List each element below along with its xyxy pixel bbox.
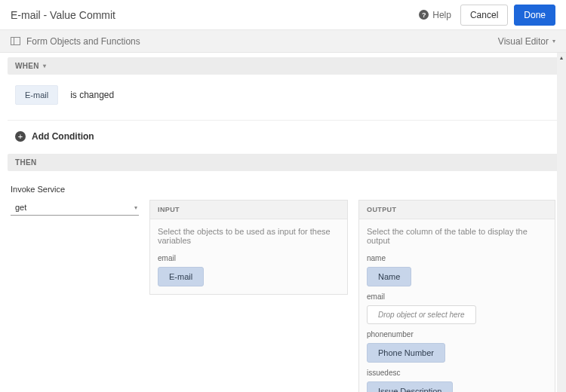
input-panel-head: INPUT <box>150 201 347 219</box>
topbar: E-mail - Value Commit ? Help Cancel Done <box>0 0 566 30</box>
service-select[interactable]: get ▾ <box>11 200 139 216</box>
done-button[interactable]: Done <box>514 5 555 26</box>
help-icon: ? <box>419 10 429 20</box>
help-link[interactable]: ? Help <box>419 10 451 20</box>
topbar-actions: ? Help Cancel Done <box>419 5 555 26</box>
scroll-up-icon: ▲ <box>557 53 566 62</box>
output-hint: Select the column of the table to displa… <box>367 227 547 245</box>
chevron-down-icon: ▾ <box>134 204 137 211</box>
add-condition-label: Add Condition <box>32 131 94 142</box>
cancel-button[interactable]: Cancel <box>460 5 508 26</box>
output-panel: OUTPUT Select the column of the table to… <box>358 200 555 392</box>
chevron-down-icon: ▾ <box>552 38 555 44</box>
subbar: Form Objects and Functions Visual Editor… <box>0 30 566 53</box>
output-field-label: issuedesc <box>367 369 547 377</box>
output-field-value[interactable]: Issue Description <box>367 381 453 392</box>
invoke-service-config: get ▾ INPUT Select the objects to be use… <box>8 200 558 392</box>
when-head-label: WHEN <box>15 62 39 70</box>
input-panel: INPUT Select the objects to be used as i… <box>149 200 348 295</box>
action-type-label: Invoke Service <box>8 171 558 200</box>
output-field-dropzone[interactable]: Drop object or select here <box>367 305 476 324</box>
output-field-value[interactable]: Phone Number <box>367 343 445 363</box>
output-panel-wrap: OUTPUT Select the column of the table to… <box>358 200 555 392</box>
plus-icon: + <box>15 131 26 142</box>
help-label: Help <box>432 10 451 20</box>
form-objects-label: Form Objects and Functions <box>26 36 140 47</box>
service-select-value: get <box>15 203 26 212</box>
when-field-chip[interactable]: E-mail <box>15 85 58 105</box>
rule-editor: WHEN ▾ E-mail is changed + Add Condition… <box>0 53 566 392</box>
panel-icon <box>11 37 20 45</box>
then-head-label: THEN <box>15 158 36 167</box>
chevron-down-icon: ▾ <box>43 63 46 69</box>
input-field-value[interactable]: E-mail <box>158 267 204 286</box>
main: WHEN ▾ E-mail is changed + Add Condition… <box>0 53 566 392</box>
add-condition-button[interactable]: + Add Condition <box>8 121 558 152</box>
visual-editor-label: Visual Editor <box>498 36 549 47</box>
output-field-value[interactable]: Name <box>367 267 411 286</box>
page-title: E-mail - Value Commit <box>11 9 115 21</box>
then-section-head: THEN <box>8 154 558 171</box>
output-field-label: email <box>367 292 547 301</box>
output-panel-head: OUTPUT <box>359 201 555 219</box>
output-field-label: phonenumber <box>367 330 547 338</box>
form-objects-toggle[interactable]: Form Objects and Functions <box>11 36 140 47</box>
input-hint: Select the objects to be used as input f… <box>158 227 340 245</box>
main-scrollbar[interactable]: ▲ <box>557 53 566 392</box>
input-field-label: email <box>158 254 340 262</box>
when-predicate[interactable]: is changed <box>70 90 114 100</box>
output-field-label: name <box>367 254 547 262</box>
when-expression: E-mail is changed <box>8 75 558 121</box>
visual-editor-dropdown[interactable]: Visual Editor ▾ <box>498 36 555 47</box>
when-section-head[interactable]: WHEN ▾ <box>8 57 558 75</box>
